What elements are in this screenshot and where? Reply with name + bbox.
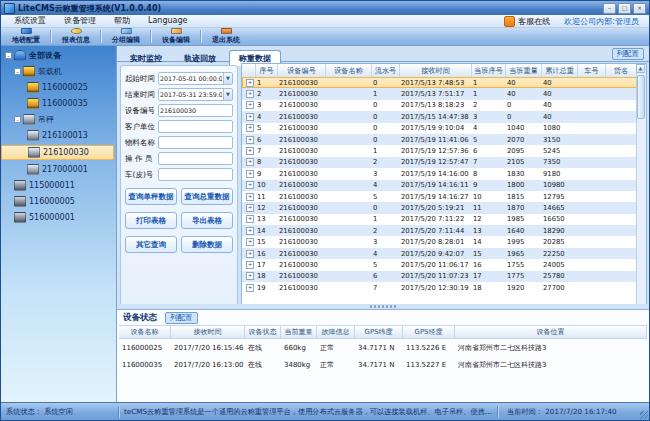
toolbar-button-exit-system[interactable]: 退出系统 — [203, 28, 249, 45]
menu-item-设备管理[interactable]: 设备管理 — [55, 15, 105, 27]
row-expander-icon[interactable]: + — [246, 193, 254, 201]
field-input-客户单位[interactable] — [159, 122, 232, 132]
resize-grip-icon[interactable] — [640, 411, 648, 419]
tree-item-115000011[interactable]: 115000011 — [1, 179, 114, 192]
row-expander-icon[interactable]: + — [246, 136, 254, 144]
tree-item-216100030[interactable]: 216100030 — [1, 145, 114, 160]
table-row[interactable]: +1921610003072017/5/20 12:30:19181920277… — [242, 282, 637, 293]
status-column-header-当前重量[interactable]: 当前重量 — [281, 326, 317, 338]
table-row[interactable]: +1821610003062017/5/20 11:07:23171775257… — [242, 271, 637, 282]
table-row[interactable]: +1521610003032017/5/20 8:28:011419952028… — [242, 236, 637, 247]
table-row[interactable]: +921610003032017/5/19 14:16:00818309180 — [242, 168, 637, 179]
table-row[interactable]: +1321610003012017/5/20 7:11:221219851665… — [242, 214, 637, 225]
table-row[interactable]: +721610003012017/5/19 12:57:36620955245 — [242, 145, 637, 156]
tree-expander-icon[interactable]: - — [14, 116, 21, 123]
column-header-流水号[interactable]: 流水号 — [372, 64, 400, 77]
table-row[interactable]: +1021610003042017/5/19 14:16:11918001098… — [242, 180, 637, 191]
row-expander-icon[interactable]: + — [246, 124, 254, 132]
table-row[interactable]: +1421610003022017/5/20 7:11:441316401829… — [242, 225, 637, 236]
tree-item-516000001[interactable]: 516000001 — [1, 211, 114, 224]
row-expander-icon[interactable]: + — [246, 158, 254, 166]
chevron-down-icon[interactable]: ▼ — [223, 89, 232, 100]
field-input-起始时间[interactable] — [159, 74, 223, 84]
row-expander-icon[interactable]: + — [246, 284, 254, 292]
menu-item-系统设置[interactable]: 系统设置 — [5, 15, 55, 27]
table-row[interactable]: +221610003012017/5/13 7:51:1714040 — [242, 88, 637, 99]
row-expander-icon[interactable]: + — [246, 181, 254, 189]
button-其它查询[interactable]: 其它查询 — [125, 236, 177, 253]
row-expander-icon[interactable]: + — [246, 204, 254, 212]
button-查询总重数据[interactable]: 查询总重数据 — [181, 188, 233, 205]
table-row[interactable]: +521610003002017/5/19 9:10:04410401080 — [242, 123, 637, 134]
row-expander-icon[interactable]: + — [246, 261, 254, 269]
tree-item-116000035[interactable]: 116000035 — [1, 97, 114, 110]
status-column-header-接收时间[interactable]: 接收时间 — [171, 326, 245, 338]
status-column-header-设备位置[interactable]: 设备位置 — [455, 326, 647, 338]
table-row[interactable]: +1121610003052017/5/19 14:16:27101815127… — [242, 191, 637, 202]
column-header-设备编号[interactable]: 设备编号 — [278, 64, 326, 77]
row-expander-icon[interactable]: + — [246, 238, 254, 246]
column-header-货名[interactable]: 货名 — [606, 64, 637, 77]
status-column-header-设备名称[interactable]: 设备名称 — [119, 326, 171, 338]
table-row[interactable]: +1621610003042017/5/20 9:42:071519652225… — [242, 248, 637, 259]
row-expander-icon[interactable]: + — [246, 79, 254, 87]
tree-expander-icon[interactable]: - — [5, 52, 12, 59]
column-header-接收时间[interactable]: 接收时间 — [400, 64, 472, 77]
row-expander-icon[interactable]: + — [246, 250, 254, 258]
tree-root-item[interactable]: -全部设备 — [1, 49, 114, 62]
tree-item-装载机[interactable]: -装载机 — [1, 65, 114, 78]
maximize-button[interactable]: □ — [618, 3, 631, 14]
toolbar-button-device-edit[interactable]: 设备编辑 — [153, 28, 199, 45]
status-column-header-故障信息[interactable]: 故障信息 — [317, 326, 355, 338]
column-header-序号[interactable]: 序号 — [256, 64, 278, 77]
tree-item-116000025[interactable]: 116000025 — [1, 81, 114, 94]
toolbar-button-report-info[interactable]: 报表信息 — [53, 28, 99, 45]
device-status-column-config-button[interactable]: 列配置 — [165, 312, 198, 324]
table-row[interactable]: +321610003002017/5/13 8:18:232040 — [242, 100, 637, 111]
scroll-up-icon[interactable]: ▲ — [636, 64, 645, 73]
table-row[interactable]: +421610003002017/5/15 14:47:383040 — [242, 111, 637, 122]
status-column-header-GPS纬度[interactable]: GPS纬度 — [355, 326, 403, 338]
column-config-button[interactable]: 列配置 — [612, 48, 645, 60]
chevron-down-icon[interactable]: ▼ — [223, 73, 232, 84]
tree-item-216100013[interactable]: 216100013 — [1, 129, 114, 142]
row-expander-icon[interactable]: + — [246, 147, 254, 155]
field-input-结束时间[interactable] — [159, 90, 223, 100]
tree-item-217000001[interactable]: 217000001 — [1, 163, 114, 176]
table-row[interactable]: +1221610003002017/5/20 5:19:211118701466… — [242, 202, 637, 213]
table-row[interactable]: +121610003002017/5/13 7:48:5314040 — [242, 77, 637, 88]
tab-轨迹回放[interactable]: 轨迹回放 — [175, 51, 225, 65]
button-查询单秤数据[interactable]: 查询单秤数据 — [125, 188, 177, 205]
close-button[interactable]: × — [633, 3, 646, 14]
minimize-button[interactable]: – — [603, 3, 616, 14]
toolbar-button-group-edit[interactable]: 分组编辑 — [103, 28, 149, 45]
row-expander-icon[interactable]: + — [246, 215, 254, 223]
table-row[interactable]: +821610003022017/5/19 12:57:47721057350 — [242, 157, 637, 168]
row-expander-icon[interactable]: + — [246, 272, 254, 280]
row-expander-icon[interactable]: + — [246, 101, 254, 109]
tree-expander-icon[interactable]: - — [14, 68, 21, 75]
field-input-操 作 员[interactable] — [159, 154, 232, 164]
field-input-物料名称[interactable] — [159, 138, 232, 148]
button-打印表格[interactable]: 打印表格 — [125, 212, 177, 229]
row-expander-icon[interactable]: + — [246, 113, 254, 121]
row-expander-icon[interactable]: + — [246, 90, 254, 98]
status-column-header-GPS经度[interactable]: GPS经度 — [403, 326, 455, 338]
row-expander-icon[interactable]: + — [246, 227, 254, 235]
menu-item-帮助[interactable]: 帮助 — [105, 15, 139, 27]
device-status-row[interactable]: 1160000352017/7/20 16:13:00在线3480kg正常34.… — [119, 356, 647, 373]
menu-item-Language[interactable]: Language — [139, 15, 196, 27]
table-row[interactable]: +1721610003052017/5/20 11:06:17161755240… — [242, 259, 637, 270]
button-删除数据[interactable]: 删除数据 — [181, 236, 233, 253]
vertical-scroll-thumb[interactable] — [637, 75, 645, 119]
column-header-设备名称[interactable]: 设备名称 — [326, 64, 372, 77]
tree-item-吊秤[interactable]: -吊秤 — [1, 113, 114, 126]
status-column-header-设备状态[interactable]: 设备状态 — [245, 326, 281, 338]
field-input-车(皮)号[interactable] — [159, 170, 232, 180]
tab-实时监控[interactable]: 实时监控 — [121, 51, 171, 65]
button-导出表格[interactable]: 导出表格 — [181, 212, 233, 229]
toolbar-button-scale-config[interactable]: 地磅配置 — [3, 28, 49, 45]
field-input-设备编号[interactable] — [159, 106, 232, 116]
service-online-label[interactable]: 客服在线 — [518, 16, 550, 27]
column-header-累计总重[interactable]: 累计总重 — [542, 64, 578, 77]
